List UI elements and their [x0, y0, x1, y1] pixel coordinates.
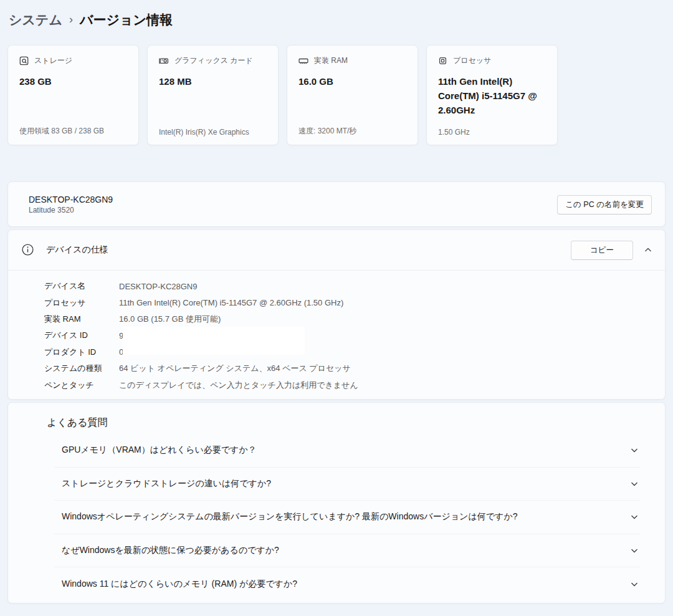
processor-card: プロセッサ 11th Gen Intel(R) Core(TM) i5-1145… — [426, 45, 558, 145]
spec-row-ram: 実装 RAM 16.0 GB (15.7 GB 使用可能) — [44, 311, 665, 327]
processor-card-detail: 1.50 GHz — [438, 128, 470, 137]
processor-card-label: プロセッサ — [453, 55, 491, 66]
faq-list: GPUメモリ（VRAM）はどれくらい必要ですか？ ストレージとクラウドストレージ… — [54, 434, 640, 600]
storage-card-detail: 使用領域 83 GB / 238 GB — [19, 126, 104, 137]
ram-icon — [298, 56, 308, 65]
storage-card-value: 238 GB — [19, 74, 127, 89]
graphics-card-value: 128 MB — [159, 74, 267, 89]
faq-item-latest-windows-version[interactable]: Windowsオペレーティングシステムの最新バージョンを実行していますか? 最新… — [54, 501, 640, 534]
chevron-up-icon[interactable] — [644, 246, 652, 254]
redaction-overlay — [123, 327, 305, 355]
ram-card-detail: 速度: 3200 MT/秒 — [298, 126, 356, 137]
faq-card: よくある質問 GPUメモリ（VRAM）はどれくらい必要ですか？ ストレージとクラ… — [7, 402, 666, 604]
processor-card-value: 11th Gen Intel(R) Core(TM) i5-1145G7 @ 2… — [438, 74, 546, 117]
breadcrumb-chevron-icon: › — [69, 13, 73, 26]
faq-item-vram[interactable]: GPUメモリ（VRAM）はどれくらい必要ですか？ — [54, 434, 640, 468]
ram-card: 実装 RAM 16.0 GB 速度: 3200 MT/秒 — [287, 45, 418, 145]
page-title: バージョン情報 — [80, 11, 173, 29]
breadcrumb: システム › バージョン情報 — [9, 11, 173, 29]
graphics-card-label: グラフィックス カード — [174, 55, 253, 66]
chevron-down-icon — [630, 580, 639, 589]
chevron-down-icon — [630, 546, 639, 555]
spec-row-processor: プロセッサ 11th Gen Intel(R) Core(TM) i5-1145… — [44, 294, 665, 310]
device-specs-header[interactable]: デバイスの仕様 コピー — [8, 230, 665, 271]
chevron-down-icon — [630, 446, 639, 455]
storage-icon — [19, 56, 29, 65]
device-specs-card: デバイスの仕様 コピー デバイス名 DESKTOP-KC28GN9 プロセッサ … — [7, 229, 666, 400]
ram-card-label: 実装 RAM — [314, 55, 348, 66]
storage-card: ストレージ 238 GB 使用領域 83 GB / 238 GB — [7, 45, 139, 145]
info-icon — [22, 244, 34, 256]
faq-item-keep-windows-updated[interactable]: なぜWindowsを最新の状態に保つ必要があるのですか? — [54, 534, 640, 568]
device-specs-title: デバイスの仕様 — [46, 244, 108, 256]
faq-title: よくある質問 — [47, 415, 665, 430]
chevron-down-icon — [630, 513, 639, 521]
spec-row-device-name: デバイス名 DESKTOP-KC28GN9 — [44, 278, 665, 294]
spec-row-system-type: システムの種類 64 ビット オペレーティング システム、x64 ベース プロセ… — [44, 360, 665, 377]
device-name-card: DESKTOP-KC28GN9 Latitude 3520 この PC の名前を… — [7, 181, 666, 227]
device-model: Latitude 3520 — [29, 206, 113, 214]
breadcrumb-system[interactable]: システム — [9, 11, 62, 29]
storage-card-label: ストレージ — [34, 55, 72, 66]
rename-pc-button[interactable]: この PC の名前を変更 — [557, 195, 652, 214]
faq-item-storage-vs-cloud[interactable]: ストレージとクラウドストレージの違いは何ですか? — [54, 468, 640, 501]
spec-row-pen-touch: ペンとタッチ このディスプレイでは、ペン入力とタッチ入力は利用できません — [44, 377, 665, 393]
graphics-card-detail: Intel(R) Iris(R) Xe Graphics — [159, 128, 249, 137]
gpu-icon — [159, 56, 169, 65]
device-name: DESKTOP-KC28GN9 — [29, 195, 113, 205]
cpu-icon — [438, 56, 447, 65]
graphics-card: グラフィックス カード 128 MB Intel(R) Iris(R) Xe G… — [147, 45, 279, 145]
faq-item-ram-requirement[interactable]: Windows 11 にはどのくらいのメモリ (RAM) が必要ですか? — [54, 567, 640, 600]
copy-button[interactable]: コピー — [571, 241, 633, 260]
ram-card-value: 16.0 GB — [298, 74, 406, 89]
chevron-down-icon — [630, 479, 639, 488]
overview-cards: ストレージ 238 GB 使用領域 83 GB / 238 GB グラフィックス… — [7, 45, 558, 145]
device-specs-table: デバイス名 DESKTOP-KC28GN9 プロセッサ 11th Gen Int… — [8, 271, 665, 393]
